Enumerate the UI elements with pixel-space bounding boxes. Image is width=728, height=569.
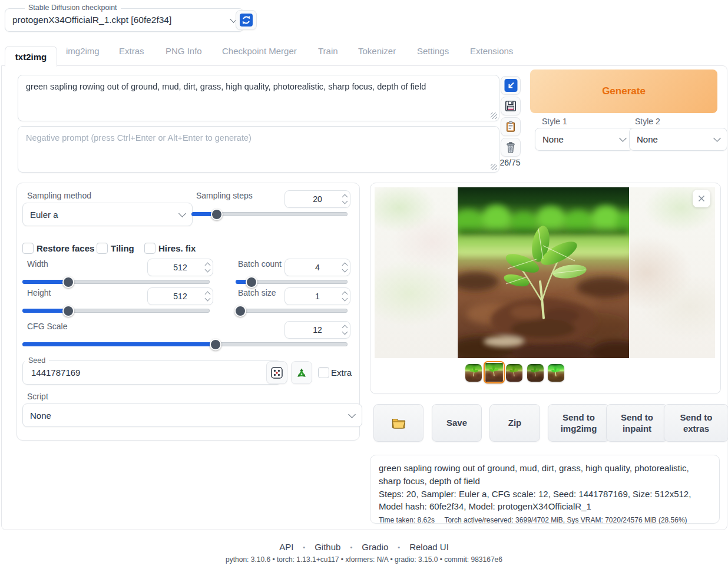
footer-link-reload-ui[interactable]: Reload UI [409,542,449,552]
refresh-checkpoint-button[interactable] [236,10,257,30]
footer-versions: python: 3.10.6 • torch: 1.13.1+cu117 • x… [0,555,728,564]
tab-extras[interactable]: Extras [119,46,144,56]
generate-button[interactable]: Generate [530,70,717,113]
footer-link-gradio[interactable]: Gradio [362,542,388,552]
refresh-icon [240,14,253,27]
tab-mask [5,64,55,67]
seed-label: Seed [25,356,49,365]
checkpoint-label: Stable Diffusion checkpoint [25,4,121,12]
close-gallery-button[interactable] [693,190,710,207]
tab-img2img[interactable]: img2img [66,46,100,56]
footer-link-github[interactable]: Github [315,542,340,552]
footer-links: API • Github • Gradio • Reload UI [0,542,728,552]
checkpoint-dropdown[interactable]: protogenX34OfficialR_1.ckpt [60fe2f34] [5,8,244,32]
close-icon [697,194,706,203]
negative-prompt-input[interactable] [18,126,499,173]
tab-checkpoint-merger[interactable]: Checkpoint Merger [222,46,297,56]
footer-link-api[interactable]: API [279,542,293,552]
footer-separator: • [398,544,400,551]
prompt-input[interactable]: green sapling rowing out of ground, mud,… [18,75,499,121]
tab-train[interactable]: Train [318,46,338,56]
footer-separator: • [350,544,352,551]
tab-tokenizer[interactable]: Tokenizer [358,46,396,56]
tab-extensions[interactable]: Extensions [470,46,513,56]
tab-png-info[interactable]: PNG Info [166,46,202,56]
tab-txt2img[interactable]: txt2img [5,46,57,67]
checkpoint-value: protogenX34OfficialR_1.ckpt [60fe2f34] [12,15,171,25]
footer-separator: • [303,544,305,551]
tab-settings[interactable]: Settings [417,46,449,56]
